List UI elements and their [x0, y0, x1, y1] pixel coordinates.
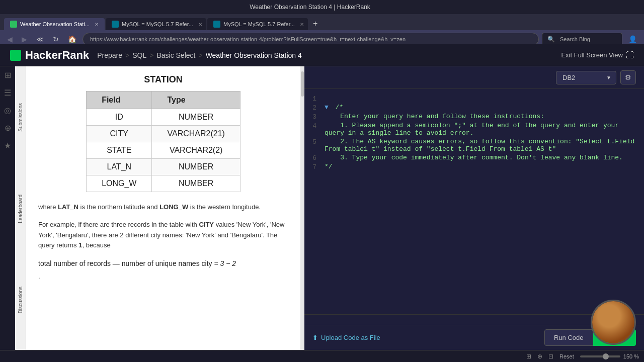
- tab-mysql1[interactable]: MySQL = MySQL 5.7 Refer... ✕: [106, 18, 206, 30]
- line-number: 6: [304, 154, 325, 162]
- leaderboard-label[interactable]: Leaderboard: [18, 195, 23, 223]
- code-editor[interactable]: 12▼ /* 3 Enter your query here and follo…: [304, 89, 644, 314]
- discussions-label[interactable]: Discussions: [18, 287, 23, 313]
- example-intro: For example, if there are three records …: [38, 221, 199, 228]
- line-number: 3: [304, 113, 325, 121]
- profile-button[interactable]: 👤: [625, 33, 640, 45]
- type-cell: VARCHAR2(2): [152, 142, 240, 159]
- upload-button[interactable]: ⬆ Upload Code as File: [312, 334, 380, 341]
- db-select[interactable]: DB2MySQLOracleSQL Server: [556, 71, 616, 84]
- tab-bar: Weather Observation Stati... ✕ MySQL = M…: [0, 14, 644, 30]
- forward-button[interactable]: ▶: [19, 33, 30, 45]
- new-tab-button[interactable]: +: [309, 17, 321, 30]
- reset-label[interactable]: Reset: [559, 353, 574, 359]
- search-icon: 🔍: [547, 36, 555, 43]
- hr-favicon: [10, 21, 17, 28]
- nav-icon-1[interactable]: ⊞: [5, 70, 11, 80]
- code-line: 4 1. Please append a semicolon ";" at th…: [304, 121, 644, 137]
- field-cell: STATE: [87, 142, 152, 159]
- code-line: 1: [304, 94, 644, 103]
- nav-icon-2[interactable]: ☰: [4, 88, 11, 98]
- tab-mysql2-label: MySQL = MySQL 5.7 Refer...: [223, 21, 295, 27]
- line-number: 7: [304, 163, 325, 171]
- tab-mysql2[interactable]: MySQL = MySQL 5.7 Refer... ✕: [207, 18, 308, 30]
- line-content: Enter your query here and follow these i…: [325, 113, 644, 120]
- table-row: LAT_NNUMBER: [87, 159, 240, 175]
- col-type: Type: [152, 92, 240, 109]
- formula-unique: number of unique names city: [122, 259, 212, 267]
- breadcrumb-sql[interactable]: SQL: [132, 51, 146, 59]
- submissions-label[interactable]: Submissions: [18, 103, 23, 132]
- back-button-2[interactable]: ≪: [33, 33, 47, 45]
- run-code-button[interactable]: Run Code: [544, 329, 593, 346]
- exit-fullscreen-button[interactable]: Exit Full Screen View ⛶: [561, 51, 634, 60]
- line-indicator: ▼: [325, 104, 333, 111]
- tab-hackerrank[interactable]: Weather Observation Stati... ✕: [4, 18, 105, 30]
- field-cell: ID: [87, 109, 152, 126]
- bottom-icon-3[interactable]: ⊡: [548, 353, 553, 360]
- tab-close-icon[interactable]: ✕: [95, 22, 99, 27]
- code-line: 5 2. The AS keyword causes errors, so fo…: [304, 137, 644, 153]
- formula-equals: = 3 − 2: [212, 259, 236, 267]
- breadcrumb-challenge: Weather Observation Station 4: [206, 51, 302, 59]
- line-number: 1: [304, 95, 325, 103]
- line-number: 5: [304, 138, 325, 146]
- field-cell: CITY: [87, 126, 152, 142]
- field-cell: LAT_N: [87, 159, 152, 175]
- breadcrumb: Prepare > SQL > Basic Select > Weather O…: [97, 51, 302, 59]
- table-row: IDNUMBER: [87, 109, 240, 126]
- settings-button[interactable]: ⚙: [620, 70, 636, 84]
- formula-dash: —: [111, 259, 122, 267]
- nav-icon-4[interactable]: ⊕: [5, 123, 11, 133]
- breadcrumb-basic-select[interactable]: Basic Select: [156, 51, 195, 59]
- col-field: Field: [87, 92, 152, 109]
- nav-icon-3[interactable]: ◎: [4, 106, 11, 115]
- table-row: CITYVARCHAR2(21): [87, 126, 240, 142]
- is-northern: is the northern latitude and: [78, 203, 159, 211]
- formula-total: total number of records: [38, 259, 111, 267]
- avatar: [591, 300, 636, 345]
- breadcrumb-prepare[interactable]: Prepare: [97, 51, 122, 59]
- nav-icon-5[interactable]: ★: [4, 141, 11, 150]
- exit-fullscreen-label: Exit Full Screen View: [561, 51, 623, 59]
- problem-description: where LAT_N is the northern latitude and…: [38, 202, 288, 282]
- type-cell: NUMBER: [152, 109, 240, 126]
- breadcrumb-sep2: >: [149, 51, 153, 59]
- app-header: HackerRank Prepare > SQL > Basic Select …: [0, 44, 644, 66]
- logo-square: [10, 50, 21, 61]
- is-western: is the western longitude.: [188, 203, 261, 211]
- problem-intro: where: [38, 203, 58, 211]
- breadcrumb-sep1: >: [125, 51, 129, 59]
- scrollbar-thumb[interactable]: [301, 71, 304, 97]
- line-content: 1. Please append a semicolon ";" at the …: [325, 122, 644, 137]
- upload-label: Upload Code as File: [321, 334, 380, 341]
- bottom-status-bar: ⊞ ⊕ ⊡ Reset 150 %: [0, 350, 644, 362]
- back-button[interactable]: ◀: [4, 33, 16, 45]
- bottom-icon-2[interactable]: ⊕: [537, 353, 542, 360]
- city-label: CITY: [199, 221, 214, 228]
- bottom-icon-1[interactable]: ⊞: [526, 353, 531, 360]
- upload-icon: ⬆: [312, 334, 318, 341]
- db-select-wrapper: DB2MySQLOracleSQL Server: [556, 71, 616, 84]
- mysql2-favicon: [213, 21, 220, 28]
- home-button[interactable]: 🏠: [65, 33, 79, 45]
- problem-scrollbar[interactable]: [300, 66, 304, 350]
- field-cell: LONG_W: [87, 175, 152, 192]
- code-line: 7*/: [304, 162, 644, 171]
- zoom-level: 150 %: [623, 353, 639, 359]
- long-w-label: LONG_W: [159, 203, 188, 211]
- refresh-button[interactable]: ↻: [50, 33, 62, 45]
- zoom-slider[interactable]: [580, 355, 620, 357]
- tab-mysql1-label: MySQL = MySQL 5.7 Refer...: [122, 21, 193, 27]
- because-label: , because: [82, 241, 110, 249]
- type-cell: NUMBER: [152, 175, 240, 192]
- tab-mysql2-close-icon[interactable]: ✕: [300, 22, 304, 27]
- type-cell: NUMBER: [152, 159, 240, 175]
- title-bar: Weather Observation Station 4 | HackerRa…: [0, 0, 644, 14]
- table-row: LONG_WNUMBER: [87, 175, 240, 192]
- editor-panel: DB2MySQLOracleSQL Server ⚙ 12▼ /* 3 Ente…: [304, 66, 644, 350]
- editor-toolbar: DB2MySQLOracleSQL Server ⚙: [304, 66, 644, 89]
- line-content: 3. Type your code immediately after comm…: [325, 154, 644, 161]
- avatar-image: [592, 301, 634, 343]
- tab-mysql1-close-icon[interactable]: ✕: [198, 22, 202, 27]
